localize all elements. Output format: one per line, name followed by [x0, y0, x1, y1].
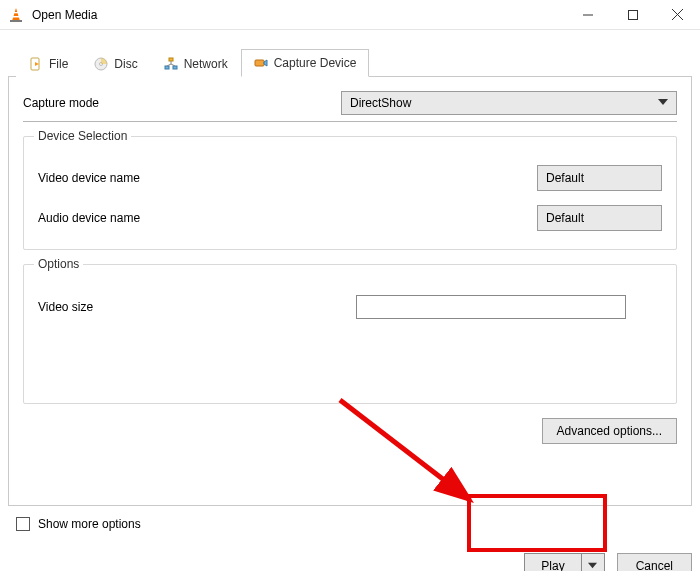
select-value: DirectShow [350, 96, 658, 110]
svg-rect-13 [165, 66, 169, 69]
tab-label: Disc [114, 57, 137, 71]
network-icon [164, 57, 178, 71]
select-value: Default [546, 211, 653, 225]
svg-marker-23 [588, 563, 597, 568]
svg-rect-18 [255, 60, 264, 66]
chevron-down-icon [658, 96, 668, 110]
tab-file[interactable]: File [16, 50, 81, 77]
capture-device-icon [254, 56, 268, 70]
select-value: Default [546, 171, 653, 185]
play-split-button: Play [524, 553, 604, 571]
svg-rect-14 [173, 66, 177, 69]
svg-rect-2 [13, 16, 19, 18]
window-title: Open Media [32, 8, 565, 22]
play-button[interactable]: Play [525, 554, 581, 571]
close-button[interactable] [655, 0, 700, 29]
checkbox-icon [16, 517, 30, 531]
audio-device-label: Audio device name [38, 211, 537, 225]
advanced-options-button[interactable]: Advanced options... [542, 418, 677, 444]
svg-rect-1 [14, 12, 19, 13]
svg-marker-0 [12, 8, 20, 21]
video-device-select[interactable]: Default [537, 165, 662, 191]
vlc-cone-icon [8, 7, 24, 23]
options-group: Options Video size [23, 264, 677, 404]
tab-label: File [49, 57, 68, 71]
svg-rect-3 [10, 20, 22, 22]
tab-label: Capture Device [274, 56, 357, 70]
file-icon [29, 57, 43, 71]
svg-rect-12 [169, 58, 173, 61]
tab-disc[interactable]: Disc [81, 50, 150, 77]
maximize-button[interactable] [610, 0, 655, 29]
disc-icon [94, 57, 108, 71]
tabs-container: File Disc Network Capture Device [8, 40, 692, 506]
divider [23, 121, 677, 122]
video-device-label: Video device name [38, 171, 537, 185]
cancel-button[interactable]: Cancel [617, 553, 692, 571]
svg-marker-20 [658, 99, 668, 105]
device-selection-group: Device Selection Video device name Defau… [23, 136, 677, 250]
svg-line-7 [672, 9, 683, 20]
capture-mode-label: Capture mode [23, 96, 341, 110]
chevron-down-icon [588, 559, 597, 571]
svg-line-6 [672, 9, 683, 20]
button-label: Play [541, 559, 564, 571]
tab-panel-capture: Capture mode DirectShow Device Selection… [8, 76, 692, 506]
show-more-options-checkbox[interactable]: Show more options [16, 517, 692, 531]
play-dropdown-button[interactable] [582, 554, 604, 571]
titlebar: Open Media [0, 0, 700, 30]
svg-rect-5 [628, 10, 637, 19]
audio-device-select[interactable]: Default [537, 205, 662, 231]
group-legend: Options [34, 257, 83, 271]
tab-capture-device[interactable]: Capture Device [241, 49, 370, 77]
checkbox-label: Show more options [38, 517, 141, 531]
tab-label: Network [184, 57, 228, 71]
capture-mode-select[interactable]: DirectShow [341, 91, 677, 115]
video-size-label: Video size [38, 300, 356, 314]
minimize-button[interactable] [565, 0, 610, 29]
tab-network[interactable]: Network [151, 50, 241, 77]
group-legend: Device Selection [34, 129, 131, 143]
video-size-input[interactable] [356, 295, 626, 319]
